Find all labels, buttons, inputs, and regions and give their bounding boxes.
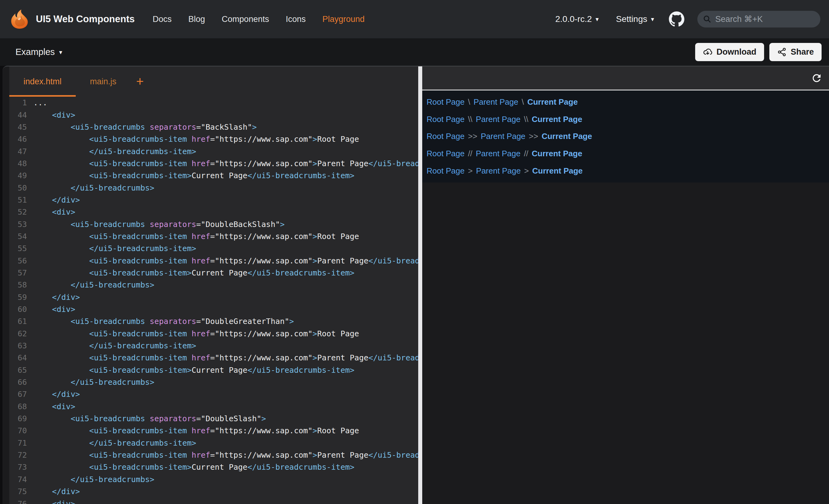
code-token: ... [33,98,47,107]
examples-dropdown[interactable]: Examples ▾ [15,47,62,57]
line-number: 70 [9,426,27,435]
code-line-content: <ui5-breadcrumbs-item>Current Page</ui5-… [27,463,355,472]
nav-item-components[interactable]: Components [222,14,269,24]
code-line: 62 <ui5-breadcrumbs-item href="https://w… [9,328,418,340]
breadcrumb-link-parent[interactable]: Parent Page [476,115,520,124]
code-token: </ui5-breadcrumbs> [33,475,154,484]
code-line-content: ... [27,98,47,107]
code-token: separators [145,414,196,423]
download-button[interactable]: Download [695,43,764,61]
settings-label: Settings [616,14,647,24]
code-line-content: <ui5-breadcrumbs-item href="https://www.… [27,256,418,265]
code-line-content: <ui5-breadcrumbs-item href="https://www.… [27,426,359,435]
breadcrumb-separator: \ [468,97,470,107]
nav-item-docs[interactable]: Docs [153,14,172,24]
code-token: href [187,134,210,144]
code-token: <div> [33,499,75,504]
code-line-content: </div> [27,487,80,496]
code-line: 50 </ui5-breadcrumbs> [9,182,418,194]
code-token: > [313,353,317,362]
code-line-content: <ui5-breadcrumbs separators="BackSlash"> [27,123,257,131]
nav-item-icons[interactable]: Icons [286,14,306,24]
code-line: 64 <ui5-breadcrumbs-item href="https://w… [9,352,418,364]
site-title[interactable]: UI5 Web Components [36,13,135,25]
chevron-down-icon: ▾ [596,16,599,22]
breadcrumb-separator: \\ [468,115,472,124]
code-token: <ui5-breadcrumbs [33,123,145,131]
panel-splitter[interactable] [418,66,422,504]
code-token: Parent Page [317,256,368,265]
breadcrumb-link-parent[interactable]: Parent Page [476,149,520,158]
code-line: 71 </ui5-breadcrumbs-item> [9,437,418,449]
code-token: > [313,426,317,435]
code-line-content: <ui5-breadcrumbs-item>Current Page</ui5-… [27,268,355,277]
code-line: 60 <div> [9,303,418,315]
examples-bar: Examples ▾ Download Share [0,38,829,66]
code-token: <ui5-breadcrumbs-item [33,256,187,265]
github-icon[interactable] [669,11,684,27]
code-line: 59 </div> [9,291,418,303]
breadcrumb-link-root[interactable]: Root Page [427,149,465,158]
ui5-logo-icon[interactable] [9,9,30,29]
line-number: 56 [9,256,27,265]
breadcrumb-link-root[interactable]: Root Page [427,166,465,176]
code-line-content: </div> [27,390,80,399]
new-tab-button[interactable]: + [131,66,150,96]
breadcrumb-separator: // [468,149,472,158]
code-line-content: <ui5-breadcrumbs-item href="https://www.… [27,232,359,241]
code-token: <ui5-breadcrumbs-item [33,134,187,144]
line-number: 53 [9,220,27,229]
share-icon [777,47,787,57]
code-token: Parent Page [317,159,368,168]
tab-main-js[interactable]: main.js [76,66,131,96]
code-line-content: <div> [27,207,75,217]
refresh-icon [811,72,823,84]
code-line: 45 <ui5-breadcrumbs separators="BackSlas… [9,121,418,133]
breadcrumb-separator: >> [468,131,477,141]
refresh-button[interactable] [810,71,823,85]
code-token: ="https://www.sap.com" [210,426,313,435]
code-line-content: </ui5-breadcrumbs-item> [27,341,196,350]
line-number: 74 [9,475,27,484]
settings-dropdown[interactable]: Settings ▾ [616,14,654,24]
version-dropdown[interactable]: 2.0.0-rc.2 ▾ [555,14,599,24]
breadcrumb-row: Root Page\Parent Page\Current Page [427,93,829,111]
code-token: separators [145,220,196,229]
code-token: <ui5-breadcrumbs [33,220,145,229]
code-token: ="DoubleBackSlash" [196,220,280,229]
code-editor[interactable]: 1...44 <div>45 <ui5-breadcrumbs separato… [9,96,418,504]
code-token: href [187,329,210,338]
code-token: </div> [33,487,80,496]
breadcrumb-link-root[interactable]: Root Page [427,131,465,141]
code-token: </ui5-breadcrumbs-item> [247,171,354,180]
code-line: 73 <ui5-breadcrumbs-item>Current Page</u… [9,461,418,473]
code-token: href [187,451,210,460]
nav-item-blog[interactable]: Blog [188,14,205,24]
search-box[interactable] [697,11,820,28]
code-line-content: </ui5-breadcrumbs> [27,184,154,192]
line-number: 65 [9,366,27,375]
code-token: href [187,232,210,241]
code-token: > [289,317,294,326]
nav-item-playground[interactable]: Playground [322,14,365,24]
tab-index-html[interactable]: index.html [9,66,76,96]
code-token: <ui5-breadcrumbs-item> [33,268,192,277]
version-label: 2.0.0-rc.2 [555,14,591,24]
line-number: 71 [9,438,27,448]
breadcrumb-link-parent[interactable]: Parent Page [476,166,521,176]
share-button[interactable]: Share [769,43,822,61]
line-number: 45 [9,123,27,131]
code-token: > [313,256,317,265]
preview-area: Root Page\Parent Page\Current PageRoot P… [422,90,829,183]
code-token: <div> [33,402,75,411]
code-token: ="https://www.sap.com" [210,329,313,338]
breadcrumb-link-parent[interactable]: Parent Page [473,97,518,107]
code-editor-panel: index.html main.js + 1...44 <div>45 <ui5… [9,66,418,504]
breadcrumb-link-root[interactable]: Root Page [427,97,465,107]
breadcrumb-link-parent[interactable]: Parent Page [481,131,526,141]
code-line: 55 </ui5-breadcrumbs-item> [9,242,418,255]
chevron-down-icon: ▾ [651,16,654,22]
breadcrumb-link-root[interactable]: Root Page [427,115,465,124]
code-token: </ui5-breadcrumbs-item> [33,147,196,156]
search-input[interactable] [715,14,815,24]
